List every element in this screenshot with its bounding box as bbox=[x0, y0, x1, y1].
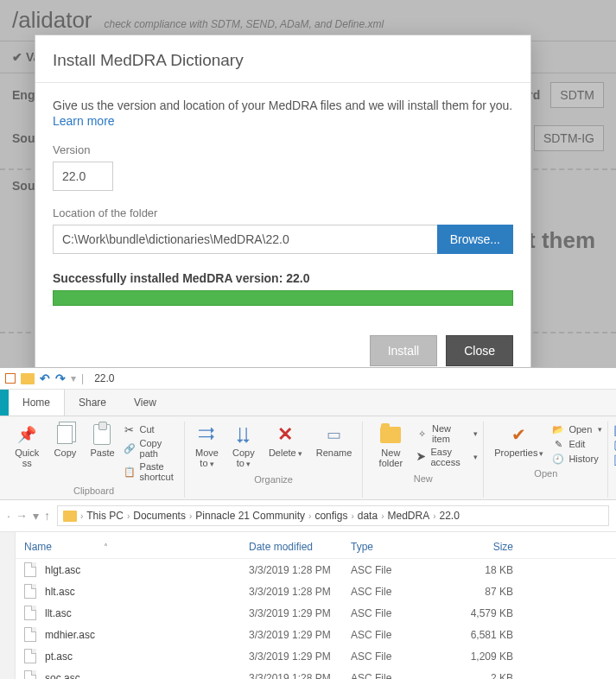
edit-icon: ✎ bbox=[552, 438, 564, 450]
chevron-down-icon: ▾ bbox=[246, 460, 251, 468]
file-size: 1,209 KB bbox=[453, 650, 513, 663]
history-icon: 🕘 bbox=[552, 453, 564, 465]
nav-up-icon[interactable]: ↑ bbox=[44, 509, 50, 523]
file-name: hlgt.asc bbox=[45, 564, 249, 576]
col-date[interactable]: Date modified bbox=[249, 541, 351, 553]
history-button[interactable]: 🕘History bbox=[552, 453, 602, 465]
breadcrumb[interactable]: › This PC› Documents› Pinnacle 21 Commun… bbox=[57, 505, 609, 526]
col-type[interactable]: Type bbox=[351, 541, 453, 553]
undo-icon[interactable]: ↶ bbox=[40, 371, 50, 385]
version-input[interactable] bbox=[53, 162, 113, 191]
file-row[interactable]: soc.asc3/3/2019 1:28 PMASC File2 KB bbox=[0, 667, 616, 679]
location-label: Location of the folder bbox=[53, 206, 513, 219]
tab-view[interactable]: View bbox=[120, 390, 170, 416]
address-bar: · → ▾ ↑ › This PC› Documents› Pinnacle 2… bbox=[0, 500, 616, 532]
file-row[interactable]: mdhier.asc3/3/2019 1:29 PMASC File6,581 … bbox=[0, 624, 616, 645]
chevron-right-icon: › bbox=[80, 511, 83, 521]
redo-icon[interactable]: ↷ bbox=[55, 371, 66, 385]
file-name: soc.asc bbox=[45, 672, 249, 680]
breadcrumb-item[interactable]: Documents bbox=[133, 510, 186, 522]
tab-share[interactable]: Share bbox=[65, 390, 120, 416]
file-date: 3/3/2019 1:28 PM bbox=[249, 586, 351, 598]
cut-button[interactable]: ✂Cut bbox=[124, 423, 179, 435]
new-item-icon: ✧ bbox=[416, 428, 428, 440]
clipboard-group-label: Clipboard bbox=[73, 482, 114, 498]
file-date: 3/3/2019 1:29 PM bbox=[249, 629, 351, 641]
folder-icon bbox=[21, 373, 35, 384]
paste-shortcut-icon: 📋 bbox=[124, 466, 136, 478]
tab-home[interactable]: Home bbox=[9, 390, 65, 416]
nav-forward-icon[interactable]: → bbox=[16, 509, 28, 523]
file-size: 4,579 KB bbox=[453, 607, 513, 619]
browse-button[interactable]: Browse... bbox=[437, 225, 513, 254]
file-row[interactable]: pt.asc3/3/2019 1:29 PMASC File1,209 KB bbox=[0, 645, 616, 667]
new-item-button[interactable]: ✧New item▾ bbox=[416, 423, 478, 444]
install-button[interactable]: Install bbox=[370, 335, 438, 366]
qat-dropdown-icon[interactable]: ▾ bbox=[71, 372, 76, 384]
standard-select[interactable]: SDTM bbox=[550, 82, 604, 108]
chevron-down-icon: ▾ bbox=[598, 425, 602, 434]
easy-access-button[interactable]: ⮞Easy access▾ bbox=[416, 447, 478, 467]
copy-button[interactable]: Copy bbox=[48, 422, 81, 460]
copy-icon bbox=[54, 423, 76, 446]
file-tab-accent[interactable] bbox=[0, 390, 9, 416]
paste-shortcut-button[interactable]: 📋Paste shortcut bbox=[124, 461, 179, 482]
breadcrumb-item[interactable]: configs bbox=[314, 510, 347, 522]
breadcrumb-item[interactable]: MedDRA bbox=[387, 510, 429, 522]
chevron-down-icon: ▾ bbox=[473, 429, 478, 438]
version-label: Version bbox=[53, 143, 513, 156]
config-select[interactable]: SDTM-IG bbox=[534, 125, 604, 151]
breadcrumb-item[interactable]: Pinnacle 21 Community bbox=[195, 510, 305, 522]
file-row[interactable]: llt.asc3/3/2019 1:29 PMASC File4,579 KB bbox=[0, 602, 616, 624]
chevron-down-icon: ▾ bbox=[473, 453, 478, 461]
copy-path-icon: 🔗 bbox=[124, 442, 136, 454]
file-icon bbox=[24, 649, 36, 663]
file-row[interactable]: hlt.asc3/3/2019 1:28 PMASC File87 KB bbox=[0, 581, 616, 602]
properties-button[interactable]: ✔ Properties▾ bbox=[489, 422, 549, 460]
paste-button[interactable]: Paste bbox=[85, 422, 119, 460]
file-type: ASC File bbox=[351, 672, 453, 680]
nav-recent-icon[interactable]: ▾ bbox=[33, 509, 39, 523]
file-row[interactable]: hlgt.asc3/3/2019 1:28 PMASC File18 KB bbox=[0, 559, 616, 581]
delete-button[interactable]: ✕ Delete▾ bbox=[264, 422, 308, 460]
breadcrumb-item[interactable]: This PC bbox=[86, 510, 124, 522]
move-to-icon: ⮆ bbox=[195, 423, 218, 446]
file-type: ASC File bbox=[351, 564, 453, 576]
learn-more-link[interactable]: Learn more bbox=[53, 114, 115, 128]
edit-button[interactable]: ✎Edit bbox=[552, 438, 602, 450]
properties-icon: ✔ bbox=[508, 423, 530, 446]
new-folder-button[interactable]: New folder bbox=[368, 422, 413, 470]
file-name: pt.asc bbox=[45, 650, 249, 663]
copy-to-button[interactable]: ⮇ Copy to▾ bbox=[227, 422, 260, 471]
open-button[interactable]: 📂Open▾ bbox=[552, 423, 602, 435]
file-name: llt.asc bbox=[45, 607, 249, 619]
breadcrumb-item[interactable]: data bbox=[358, 510, 378, 522]
copy-path-button[interactable]: 🔗Copy path bbox=[124, 438, 179, 459]
file-list-area: Name˄ Date modified Type Size hlgt.asc3/… bbox=[0, 532, 616, 679]
dialog-intro: Give us the version and location of your… bbox=[53, 98, 513, 112]
copy-to-icon: ⮇ bbox=[232, 423, 255, 446]
file-type: ASC File bbox=[351, 629, 453, 641]
breadcrumb-item[interactable]: 22.0 bbox=[440, 510, 460, 522]
location-input[interactable] bbox=[53, 225, 437, 254]
col-size[interactable]: Size bbox=[453, 541, 513, 553]
col-name[interactable]: Name bbox=[24, 541, 52, 553]
close-button[interactable]: Close bbox=[446, 335, 513, 366]
progress-bar bbox=[53, 290, 513, 306]
open-icon: 📂 bbox=[552, 423, 564, 435]
column-headers[interactable]: Name˄ Date modified Type Size bbox=[0, 532, 616, 559]
move-to-button[interactable]: ⮆ Move to▾ bbox=[190, 422, 224, 471]
new-group-label: New bbox=[414, 470, 433, 485]
file-size: 87 KB bbox=[453, 586, 513, 598]
rename-button[interactable]: ▭ Rename bbox=[311, 422, 358, 460]
file-icon bbox=[24, 627, 36, 642]
nav-back-icon[interactable]: · bbox=[7, 509, 10, 523]
sort-asc-icon[interactable]: ˄ bbox=[104, 543, 108, 552]
pin-quick-access-button[interactable]: 📌 Quick ss bbox=[9, 422, 45, 470]
nav-pane-gutter[interactable] bbox=[0, 532, 16, 679]
file-type: ASC File bbox=[351, 586, 453, 598]
explorer-app-icon bbox=[5, 373, 16, 384]
file-icon bbox=[24, 670, 36, 679]
delete-icon: ✕ bbox=[274, 423, 296, 446]
file-size: 6,581 KB bbox=[453, 629, 513, 641]
